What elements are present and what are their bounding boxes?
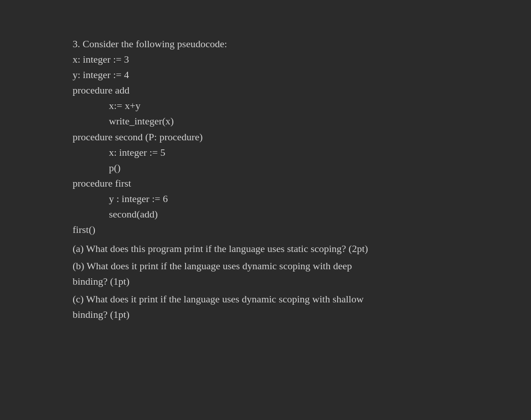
question-b: (b) What does it print if the language u… xyxy=(73,258,381,289)
line-2: x: integer := 3 xyxy=(73,52,381,67)
line-11: y : integer := 6 xyxy=(73,191,381,207)
main-content: 3. Consider the following pseudocode: x:… xyxy=(0,0,454,359)
line-6: write_integer(x) xyxy=(73,114,381,129)
question-c: (c) What does it print if the language u… xyxy=(73,292,381,322)
line-12: second(add) xyxy=(73,207,381,222)
line-3: y: integer := 4 xyxy=(73,67,381,83)
line-7: procedure second (P: procedure) xyxy=(73,129,381,145)
line-4: procedure add xyxy=(73,83,381,98)
line-9: p() xyxy=(73,160,381,176)
line-10: procedure first xyxy=(73,176,381,191)
line-13: first() xyxy=(73,222,381,237)
line-1: 3. Consider the following pseudocode: xyxy=(73,36,381,52)
line-5: x:= x+y xyxy=(73,98,381,114)
questions-block: (a) What does this program print if the … xyxy=(73,241,381,322)
line-8: x: integer := 5 xyxy=(73,145,381,160)
question-a: (a) What does this program print if the … xyxy=(73,241,381,257)
